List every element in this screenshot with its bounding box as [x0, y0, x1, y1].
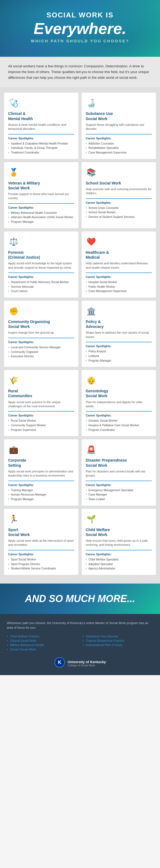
card-disaster: 🚨 Disaster PreparednessSocial Work Plan …: [82, 439, 156, 505]
list-item: Addiction Counselor: [86, 141, 152, 146]
card-desc: Apply social work skills at the intersec…: [8, 539, 74, 547]
list-item: Department of Public Advocacy Social Wor…: [8, 280, 74, 284]
spotlights-list: Sport Social Worker Sport Program Direct…: [8, 557, 74, 571]
footer-list-item: Military Behavioral Health: [7, 643, 77, 647]
list-item: Local and Community Service Manager: [8, 345, 74, 350]
list-item: Inpatient & Outpatient Mental Health Pro…: [8, 141, 74, 146]
list-item: Adoption Specialist: [86, 562, 152, 566]
spotlights-title: Career Spotlights:: [8, 480, 74, 487]
card-gerontology: 👴 GerontologySocial Work Plan for indepe…: [82, 370, 156, 436]
card-forensic: ⚖️ Forensic(Criminal Justice) Apply soci…: [4, 231, 78, 298]
card-title: Forensic(Criminal Justice): [8, 250, 74, 260]
list-item: Executive Director: [8, 354, 74, 359]
spotlights-list: Emergency Management Specialist Case Man…: [86, 488, 152, 501]
card-title: Disaster PreparednessSocial Work: [86, 458, 152, 468]
spotlights-list: School Crisis Counselor School Social Wo…: [86, 206, 152, 219]
hero-subtitle: WHICH PATH SHOULD YOU CHOOSE?: [8, 38, 152, 43]
policy-icon: 🏛️: [86, 306, 96, 316]
card-title: School Social Work: [86, 181, 152, 186]
intro-text: All social workers have a few things in …: [8, 64, 152, 81]
cards-container: 🩺 Clinical &Mental Health Assess & treat…: [0, 87, 160, 584]
list-item: Court Liaison: [8, 289, 74, 293]
card-title: GerontologySocial Work: [86, 389, 152, 398]
list-item: Case Management Supervisor: [86, 289, 152, 293]
spotlights-list: Department of Public Advocacy Social Wor…: [8, 280, 74, 293]
list-item: Child Welfare Specialist: [86, 557, 152, 562]
list-item: Public Health Worker: [86, 284, 152, 289]
spotlights-title: Career Spotlights:: [8, 203, 74, 209]
card-policy: 🏛️ Policy &Advocacy Shape laws to addres…: [82, 301, 156, 367]
card-title: Policy &Advocacy: [86, 319, 152, 329]
cards-row-2: 🏅 Veteran & MilitarySocial Work Provide …: [4, 162, 156, 228]
footer-lists: Child Welfare Practice Clinical Social W…: [7, 634, 153, 651]
spotlights-title: Career Spotlights:: [8, 134, 74, 140]
card-desc: Apply social work practice to the unique…: [8, 400, 74, 409]
card-desc: Apply social work knowledge to the legal…: [8, 261, 74, 270]
card-title: Community OrganizingSocial Work: [8, 319, 74, 329]
list-item: Agency Administrator: [86, 566, 152, 571]
footer-section: Whichever path you choose, the Universit…: [0, 614, 160, 675]
footer-list-item: Trauma-Responsive Practice: [83, 639, 153, 643]
cards-row-3: ⚖️ Forensic(Criminal Justice) Apply soci…: [4, 231, 156, 298]
spotlights-list: Training Manager Human Resources Manager…: [8, 488, 74, 501]
more-title: AND SO MUCH MORE...: [5, 593, 155, 604]
footer-list-item: Substance Use Disorder: [83, 634, 153, 639]
card-title: Child WelfareSocial Work: [86, 527, 152, 537]
veteran-icon: 🏅: [8, 167, 19, 178]
list-item: Community Support Worker: [8, 423, 74, 428]
card-title: Healthcare &Medical: [86, 250, 152, 260]
card-child-welfare: 🌱 Child WelfareSocial Work Help ensure t…: [82, 509, 156, 575]
spotlights-title: Career Spotlights:: [8, 411, 74, 417]
card-rural: 🌾 RuralCommunities Apply social work pra…: [4, 370, 78, 436]
child-welfare-icon: 🌱: [86, 514, 96, 525]
disaster-icon: 🚨: [86, 444, 96, 455]
substance-icon: 🍶: [86, 97, 96, 108]
list-item: Lobbyist: [86, 354, 152, 358]
list-item: Human Resources Manager: [8, 492, 74, 497]
spotlights-title: Career Spotlights:: [86, 550, 152, 556]
spotlights-title: Career Spotlights:: [86, 198, 152, 204]
card-desc: Apply social work principles to administ…: [8, 469, 74, 478]
cards-row-1: 🩺 Clinical &Mental Health Assess & treat…: [4, 93, 156, 159]
list-item: Case Manager: [86, 492, 152, 497]
card-title: CorporateSetting: [8, 458, 74, 468]
card-desc: Support those struggling with substance …: [86, 123, 152, 131]
list-item: Treatment Coordinator: [8, 150, 74, 155]
card-desc: Shape laws to address the root causes of…: [86, 331, 152, 339]
card-title: SportSocial Work: [8, 527, 74, 537]
card-healthcare: ❤️ Healthcare &Medical Help patients and…: [82, 231, 156, 298]
hero-everywhere: Everywhere.: [8, 21, 152, 36]
logo-text: University of Kentucky College of Social…: [68, 660, 106, 667]
card-desc: Help promote safe and nurturing environm…: [86, 187, 152, 196]
card-title: RuralCommunities: [8, 389, 74, 398]
card-veteran-military: 🏅 Veteran & MilitarySocial Work Provide …: [4, 162, 78, 228]
list-item: Sport Social Worker: [8, 557, 74, 562]
list-item: Sport Program Director: [8, 562, 74, 566]
card-desc: Plan for independence and dignity for ol…: [86, 400, 152, 409]
spotlights-title: Career Spotlights:: [8, 273, 74, 278]
footer-list-item: School Social Work: [7, 647, 77, 651]
more-section: AND SO MUCH MORE...: [0, 584, 160, 614]
list-item: Program Supervisor: [8, 428, 74, 432]
footer-logo: K University of Kentucky College of Soci…: [7, 657, 153, 670]
spotlights-list: Child Welfare Specialist Adoption Specia…: [86, 557, 152, 571]
list-item: Program Manager: [8, 219, 74, 224]
card-title: Substance UseSocial Work: [86, 111, 152, 121]
spotlights-title: Career Spotlights:: [86, 273, 152, 278]
cards-row-7: 🏃 SportSocial Work Apply social work ski…: [4, 509, 156, 575]
spotlights-list: Local and Community Service Manager Comm…: [8, 345, 74, 359]
spotlights-list: Rural Social Worker Community Support Wo…: [8, 418, 74, 432]
spotlights-list: Policy Analyst Lobbyist Program Manager: [86, 349, 152, 363]
list-item: Hospital Social Worker: [86, 280, 152, 284]
list-item: Training Manager: [8, 488, 74, 493]
card-desc: Inspire change from the ground up.: [8, 331, 74, 335]
card-title: Veteran & MilitarySocial Work: [8, 181, 74, 190]
spotlights-title: Career Spotlights:: [8, 338, 74, 344]
card-clinical-mental-health: 🩺 Clinical &Mental Health Assess & treat…: [4, 93, 78, 159]
corporate-icon: 💼: [8, 444, 19, 455]
rural-icon: 🌾: [8, 375, 19, 386]
card-desc: Help patients and families understand il…: [86, 261, 152, 270]
list-item: School Social Worker: [86, 210, 152, 215]
spotlights-title: Career Spotlights:: [8, 550, 74, 556]
hero-section: SOCIAL WORK IS Everywhere. WHICH PATH SH…: [0, 0, 160, 57]
